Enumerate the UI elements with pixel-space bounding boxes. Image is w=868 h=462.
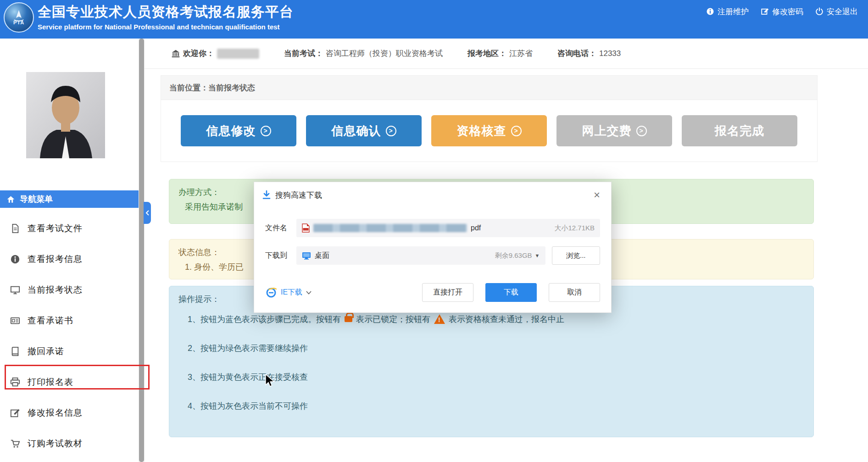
phone-label: 咨询电话： (557, 48, 596, 59)
pencil-square-icon (761, 7, 769, 16)
step-online-payment-button[interactable]: 网上交费 > (556, 115, 672, 146)
app-subtitle: Service platform for National Profession… (38, 23, 294, 31)
printer-icon (10, 377, 20, 387)
nav-menu-title: 导航菜单 (20, 194, 53, 205)
sidebar: 导航菜单 查看考试文件 查看报考信息 (0, 39, 139, 462)
newspaper-icon (10, 316, 20, 326)
welcome-group: 欢迎你： (171, 48, 259, 59)
screen: PTA 全国专业技术人员资格考试报名服务平台 Service platform … (0, 0, 868, 462)
nav-menu-header: 导航菜单 (0, 190, 139, 208)
sidebar-item-label: 当前报考状态 (28, 284, 83, 296)
pta-logo: PTA (4, 2, 34, 33)
step-buttons-row: 信息修改 > 信息确认 > 资格核查 > 网上交费 > 报名完成 (161, 100, 817, 161)
caret-down-icon[interactable]: ▼ (535, 253, 540, 258)
sidebar-item-label: 查看考试文件 (28, 223, 83, 234)
step-info-modify-button[interactable]: 信息修改 > (181, 115, 296, 146)
breadcrumb-label: 当前位置：当前报考状态 (169, 83, 255, 93)
step-info-confirm-button[interactable]: 信息确认 > (306, 115, 422, 146)
logo-text: PTA (13, 20, 24, 25)
step-label: 网上交费 (582, 123, 632, 139)
chevron-right-circle-icon: > (511, 126, 522, 136)
step-registration-complete-button[interactable]: 报名完成 (682, 115, 797, 146)
register-maintenance-link[interactable]: 注册维护 (706, 6, 749, 17)
welcome-label: 欢迎你： (183, 48, 214, 59)
document-icon (10, 223, 20, 234)
step-label: 报名完成 (715, 123, 764, 139)
sidebar-item-withdraw-commitment[interactable]: 撤回承诺 (0, 336, 139, 367)
sidebar-item-label: 订购考试教材 (28, 438, 83, 450)
app-title: 全国专业技术人员资格考试报名服务平台 (38, 3, 294, 22)
chevron-down-icon (306, 291, 312, 295)
sidebar-menu: 查看考试文件 查看报考信息 当前报考状态 (0, 213, 139, 459)
scrollbar-thumb[interactable] (139, 39, 144, 462)
chevron-right-circle-icon: > (386, 126, 396, 136)
destination-row: 下载到 桌面 剩余9.63GB ▼ 浏览... (265, 246, 600, 265)
sidebar-item-view-exam-files[interactable]: 查看考试文件 (0, 213, 139, 244)
step-label: 信息修改 (206, 123, 256, 139)
free-space: 剩余9.63GB ▼ (495, 251, 540, 260)
chevron-left-icon (145, 210, 149, 216)
tip1-text-c: 表示资格核查未通过，报名中止 (449, 314, 564, 325)
sidebar-item-label: 撤回承诺 (28, 345, 64, 357)
destination-field[interactable]: 桌面 剩余9.63GB ▼ (296, 246, 545, 265)
header-links: 注册维护 修改密码 安全退出 (706, 0, 858, 23)
dialog-buttons: 直接打开 下载 取消 (422, 283, 600, 302)
chevron-right-circle-icon: > (636, 126, 647, 136)
sidebar-item-view-registration-info[interactable]: 查看报考信息 (0, 244, 139, 274)
destination-value: 桌面 (315, 251, 329, 261)
register-maintenance-label: 注册维护 (718, 6, 749, 17)
file-extension: pdf (471, 224, 481, 232)
exam-value: 咨询工程师（投资）职业资格考试 (326, 48, 443, 59)
close-icon[interactable]: × (591, 189, 603, 200)
filename-label: 文件名 (265, 223, 296, 233)
change-password-link[interactable]: 修改密码 (761, 6, 803, 17)
ie-download-dropdown[interactable]: IE下载 (265, 287, 312, 299)
sogou-download-dialog: 搜狗高速下载 × 文件名 pdf 大小12.71KB 下载到 (254, 182, 612, 313)
book-icon (10, 346, 20, 356)
tip1-text-a: 1、按钮为蓝色表示该步骤已完成。按钮有 (188, 314, 341, 325)
step-label: 资格核查 (457, 123, 506, 139)
institution-icon (171, 49, 180, 58)
ie-download-label: IE下载 (281, 288, 302, 297)
region-label: 报考地区： (467, 48, 506, 59)
sidebar-item-label: 查看报考信息 (28, 253, 83, 265)
cancel-button[interactable]: 取消 (549, 283, 600, 302)
app-header: PTA 全国专业技术人员资格考试报名服务平台 Service platform … (0, 0, 868, 39)
info-icon (10, 254, 20, 264)
user-photo (26, 72, 105, 158)
power-icon (815, 7, 823, 16)
browse-button[interactable]: 浏览... (552, 246, 601, 265)
sidebar-item-label: 查看承诺书 (28, 315, 73, 327)
ie-icon (265, 287, 277, 299)
cart-icon (10, 439, 20, 449)
tip-line-3: 3、按钮为黄色表示正在接受核查 (178, 362, 804, 391)
exam-label: 当前考试： (284, 48, 323, 59)
logout-link[interactable]: 安全退出 (815, 6, 858, 17)
step-qualification-check-button[interactable]: 资格核查 > (431, 115, 547, 146)
sidebar-item-current-status[interactable]: 当前报考状态 (0, 274, 139, 305)
sidebar-item-print-form[interactable]: 打印报名表 (0, 367, 139, 397)
phone-group: 咨询电话： 12333 (557, 48, 621, 59)
pdf-file-icon (302, 223, 310, 233)
sidebar-scrollbar[interactable] (139, 39, 145, 462)
sidebar-item-modify-registration[interactable]: 修改报名信息 (0, 397, 139, 428)
sidebar-item-view-commitment[interactable]: 查看承诺书 (0, 305, 139, 336)
tip-line-4: 4、按钮为灰色表示当前不可操作 (178, 391, 804, 420)
breadcrumb: 当前位置：当前报考状态 (161, 76, 817, 100)
edit-icon (10, 408, 20, 418)
region-value: 江苏省 (509, 48, 533, 59)
sidebar-item-label: 修改报名信息 (28, 407, 83, 419)
filename-field[interactable]: pdf 大小12.71KB (296, 219, 600, 237)
info-circle-icon (706, 7, 714, 16)
file-size: 大小12.71KB (554, 224, 595, 233)
home-icon (6, 195, 15, 204)
open-directly-button[interactable]: 直接打开 (422, 283, 473, 302)
region-group: 报考地区： 江苏省 (467, 48, 533, 59)
app-title-block: 全国专业技术人员资格考试报名服务平台 Service platform for … (38, 3, 294, 31)
sidebar-collapse-tab[interactable] (144, 202, 151, 224)
user-info-bar: 欢迎你： 当前考试： 咨询工程师（投资）职业资格考试 报考地区： 江苏省 咨询电… (145, 39, 868, 69)
sidebar-item-order-materials[interactable]: 订购考试教材 (0, 428, 139, 459)
download-button[interactable]: 下载 (485, 283, 537, 302)
logout-label: 安全退出 (827, 6, 858, 17)
monitor-icon (10, 285, 20, 295)
